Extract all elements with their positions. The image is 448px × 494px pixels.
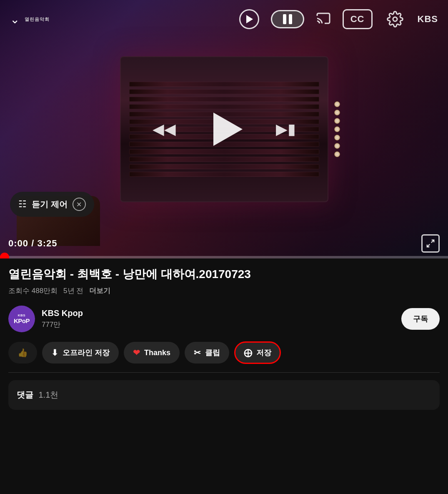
download-icon: ⬇ <box>51 348 58 358</box>
save-icon: ⨁ <box>244 348 252 358</box>
divider <box>8 372 440 373</box>
top-controls: ⌄ 열린음악회 CC <box>0 0 448 38</box>
next-button[interactable]: ▶▮ <box>276 120 296 138</box>
scissors-icon: ✂ <box>194 348 201 358</box>
subscribe-button[interactable]: 구독 <box>401 308 440 330</box>
video-title: 열린음악회 - 최백호 - 낭만에 대하여.20170723 <box>8 267 440 282</box>
kbs-logo: KBS <box>418 14 438 25</box>
fullscreen-button[interactable] <box>421 234 440 253</box>
back-button[interactable]: ⌄ <box>10 13 20 26</box>
play-button[interactable] <box>213 113 243 146</box>
listening-control-pill[interactable]: ☷ 듣기 제어 ✕ <box>10 192 94 217</box>
playback-controls: ◀◀ ▶▮ <box>153 113 296 146</box>
progress-bar[interactable] <box>0 256 448 258</box>
bottom-bar: 0:00 / 3:25 <box>0 234 448 253</box>
settings-button[interactable] <box>384 8 406 30</box>
channel-left: KBS KPoP KBS Kpop 777만 <box>8 306 83 332</box>
channel-badge: 열린음악회 <box>25 16 50 23</box>
play-circle-button[interactable] <box>239 9 259 29</box>
top-right-controls: CC KBS <box>239 8 438 30</box>
video-info: 열린음악회 - 최백호 - 낭만에 대하여.20170723 조회수 488만회… <box>0 258 448 410</box>
video-meta: 조회수 488만회 5년 전 더보기 <box>8 286 440 296</box>
svg-point-1 <box>393 17 397 21</box>
pause-pill-button[interactable] <box>271 10 304 28</box>
comments-count: 1.1천 <box>38 390 58 399</box>
channel-info: KBS Kpop 777만 <box>42 308 83 329</box>
list-icon: ☷ <box>18 199 27 210</box>
channel-name: KBS Kpop <box>42 308 83 318</box>
channel-avatar[interactable]: KBS KPoP <box>8 306 35 332</box>
upload-age: 5년 전 <box>63 286 83 296</box>
thanks-label: Thanks <box>144 349 170 357</box>
subscriber-count: 777만 <box>42 320 83 329</box>
extra-icon: 👍 <box>18 348 28 358</box>
previous-button[interactable]: ◀◀ <box>153 120 176 138</box>
action-btn-extra[interactable]: 👍 <box>8 342 37 364</box>
heart-icon: ❤ <box>133 348 140 358</box>
video-player[interactable]: ⌄ 열린음악회 CC <box>0 0 448 258</box>
comments-section[interactable]: 댓글 1.1천 <box>8 380 440 410</box>
save-label: 저장 <box>256 348 271 358</box>
view-count: 조회수 488만회 <box>8 286 58 296</box>
offline-save-button[interactable]: ⬇ 오프라인 저장 <box>42 342 119 364</box>
more-link[interactable]: 더보기 <box>89 286 110 296</box>
time-display: 0:00 / 3:25 <box>8 238 57 249</box>
save-button[interactable]: ⨁ 저장 <box>234 341 281 364</box>
offline-save-label: 오프라인 저장 <box>63 348 110 358</box>
comments-label: 댓글 <box>17 390 33 399</box>
clip-label: 클립 <box>205 348 220 358</box>
close-button[interactable]: ✕ <box>73 198 86 211</box>
cast-button[interactable] <box>316 11 331 28</box>
channel-row: KBS KPoP KBS Kpop 777만 구독 <box>8 306 440 332</box>
thanks-button[interactable]: ❤ Thanks <box>124 342 180 364</box>
cc-button[interactable]: CC <box>343 9 373 29</box>
action-row: 👍 ⬇ 오프라인 저장 ❤ Thanks ✂ 클립 ⨁ 저장 <box>8 341 440 372</box>
clip-button[interactable]: ✂ 클립 <box>185 342 229 364</box>
